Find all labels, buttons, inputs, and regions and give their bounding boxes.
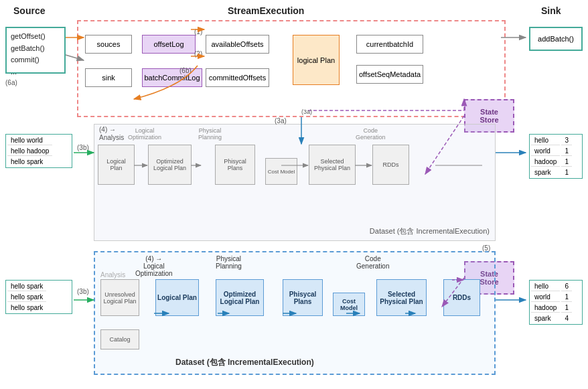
table-row: hadoop1 xyxy=(531,303,572,313)
cost-model-upper-box: Cost Model xyxy=(265,158,297,185)
committed-offsets-box: committedOffsets xyxy=(206,68,269,87)
table-row: world1 xyxy=(531,293,572,302)
sink-label: Sink xyxy=(541,5,561,16)
annotation-1: (1) xyxy=(194,28,202,35)
optimized-logical-lower-box: Optimized Logical Plan xyxy=(216,279,264,316)
se-sink-box: sink xyxy=(85,68,132,87)
dataset-lower: (4) →LogicalOptimization PhysicalPlannin… xyxy=(94,251,496,375)
table-row: spark1 xyxy=(531,168,572,177)
annotation-4-upper: (4) → xyxy=(99,126,116,133)
annotation-3b-lower: (3b) xyxy=(77,288,89,295)
stage-code-lower: CodeGeneration xyxy=(356,255,389,270)
dataset-lower-label: Dataset (包含 IncrementalExecution) xyxy=(175,357,314,368)
stream-execution-box: souces sink offsetLog batchCommitLog ava… xyxy=(77,20,506,117)
offset-log-box: offsetLog xyxy=(142,35,196,54)
annotation-2: (2) xyxy=(194,50,202,58)
stage-code-upper: CodeGeneration xyxy=(356,127,386,141)
source-label: Source xyxy=(13,5,45,16)
table-row: world1 xyxy=(531,147,572,156)
dataset-upper-label: Dataset (包含 IncrementalExecution) xyxy=(370,226,490,236)
table-row: hello spark xyxy=(7,303,46,312)
sink-method: addBatch() xyxy=(538,35,574,43)
physical-plans-lower-box: Phisycal Plans xyxy=(283,279,323,316)
analysis-label-lower: Analysis xyxy=(100,271,125,279)
stage-physical-lower: PhysicalPlanning xyxy=(216,255,242,270)
physical-plans-upper-box: Phisycal Plans xyxy=(215,145,255,185)
table-row: hello spark xyxy=(7,293,46,302)
annotation-6a: (6a) xyxy=(5,79,17,86)
unresolved-logical-box: Unresolved Logical Plan xyxy=(100,279,139,316)
current-batch-id-box: currentbatchId xyxy=(356,35,423,54)
logical-plan-box: logical Plan xyxy=(293,35,340,85)
analysis-label-upper: Analysis xyxy=(99,134,124,141)
table-row: hello world xyxy=(7,136,52,145)
table-row: hello6 xyxy=(531,282,572,291)
left-table-lower: hello spark hello spark hello spark xyxy=(5,280,72,314)
annotation-3a: (3a) xyxy=(275,117,287,125)
right-table-upper: hello3 world1 hadoop1 spark1 xyxy=(529,134,583,179)
dataset-upper: LogicalOptimization PhysicalPlanning Cod… xyxy=(94,124,496,241)
rdds-lower-box: RDDs xyxy=(443,279,480,316)
logical-plan-lower-box: Logical Plan xyxy=(155,279,199,316)
logical-plan-upper-box: Logical Plan xyxy=(98,145,135,185)
left-table-upper: hello world hello hadoop hello spark xyxy=(5,134,72,168)
diagram-container: Source StreamExecution Sink getOffset() … xyxy=(0,0,588,389)
annotation-3b-upper: (3b) xyxy=(77,144,89,151)
cost-model-lower-box: Cost Model xyxy=(333,293,365,316)
source-method-4: ... xyxy=(11,66,60,78)
offset-seq-metadata-box: offsetSeqMetadata xyxy=(356,65,423,84)
optimized-logical-upper-box: Optimized Logical Plan xyxy=(148,145,192,185)
table-row: spark4 xyxy=(531,314,572,323)
souces-box: souces xyxy=(85,35,132,54)
rdds-upper-box: RDDs xyxy=(372,145,409,185)
source-method-1: getOffset() xyxy=(11,31,60,43)
selected-physical-lower-box: Selected Physical Plan xyxy=(376,279,427,316)
right-table-lower: hello6 world1 hadoop1 spark4 xyxy=(529,280,583,325)
available-offsets-box: availableOffsets xyxy=(206,35,269,54)
annotation-6b: (6b) xyxy=(179,67,192,74)
table-row: hadoop1 xyxy=(531,157,572,167)
table-row: hello hadoop xyxy=(7,147,52,156)
stage-physical-upper: PhysicalPlanning xyxy=(198,127,222,141)
stage-logical-lower: (4) →LogicalOptimization xyxy=(135,255,173,277)
source-method-3: commit() xyxy=(11,54,60,66)
annotation-5: (5) xyxy=(482,244,490,252)
stage-logical-upper: LogicalOptimization xyxy=(128,127,161,141)
stream-execution-label: StreamExecution xyxy=(228,5,304,16)
table-row: hello spark xyxy=(7,157,52,166)
source-method-2: getBatch() xyxy=(11,43,60,55)
table-row: hello spark xyxy=(7,282,46,291)
source-box: getOffset() getBatch() commit() ... xyxy=(5,27,66,74)
batch-commit-log-box: batchCommitLog xyxy=(142,68,202,87)
sink-box: addBatch() xyxy=(529,27,583,51)
selected-physical-upper-box: Selected Physical Plan xyxy=(309,145,356,185)
table-row: hello3 xyxy=(531,136,572,145)
catalog-box: Catalog xyxy=(100,329,139,349)
